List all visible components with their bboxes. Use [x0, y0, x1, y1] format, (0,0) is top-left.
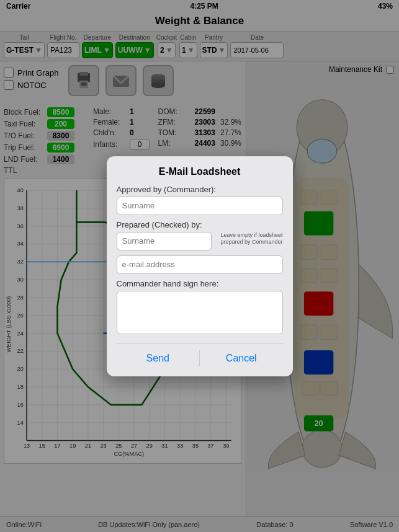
- cancel-button[interactable]: Cancel: [200, 350, 283, 366]
- modal-title: E-Mail Loadsheet: [117, 166, 283, 177]
- approved-input[interactable]: [117, 197, 283, 215]
- prepared-input[interactable]: [117, 232, 212, 250]
- prepared-row: Leave empty if loadsheet prepared by Com…: [117, 232, 283, 255]
- sign-area[interactable]: [117, 291, 283, 334]
- email-loadsheet-modal: E-Mail Loadsheet Approved by (Commander)…: [107, 156, 293, 376]
- send-button[interactable]: Send: [117, 350, 200, 366]
- modal-buttons: Send Cancel: [117, 344, 283, 366]
- modal-overlay: E-Mail Loadsheet Approved by (Commander)…: [0, 0, 399, 532]
- sign-label: Commander hand sign here:: [117, 279, 283, 288]
- prepared-hint: Leave empty if loadsheet prepared by Com…: [220, 232, 282, 246]
- approved-label: Approved by (Commander):: [117, 185, 283, 194]
- prepared-label: Prepared (Checked) by:: [117, 220, 283, 229]
- email-input[interactable]: [117, 255, 283, 274]
